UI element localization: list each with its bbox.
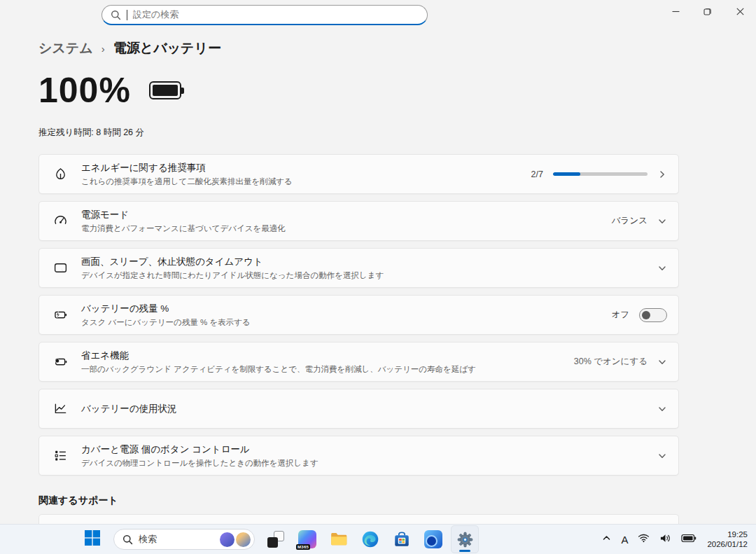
chevron-right-icon — [657, 169, 667, 179]
power-mode-value: バランス — [612, 215, 648, 227]
blue-app-button[interactable] — [419, 525, 447, 553]
tray-date: 2026/01/12 — [707, 539, 748, 549]
tray-time: 19:25 — [707, 529, 748, 539]
chevron-down-icon — [657, 404, 667, 414]
toggle-state-label: オフ — [611, 309, 629, 321]
edge-button[interactable] — [356, 525, 384, 553]
close-button[interactable] — [724, 0, 756, 22]
card-subtitle: デバイスの物理コントロールを操作したときの動作を選択します — [81, 458, 657, 469]
chevron-down-icon — [657, 451, 667, 461]
energy-saver-value: 30% でオンにする — [574, 356, 648, 368]
search-icon — [122, 534, 133, 545]
restore-button[interactable] — [692, 0, 724, 22]
settings-button[interactable] — [451, 525, 479, 553]
card-title: カバーと電源 個のボタン コントロール — [81, 443, 657, 456]
task-view-icon — [267, 531, 284, 548]
windows-start-icon — [85, 530, 100, 548]
display-sleep-icon — [52, 261, 69, 275]
controls-list-icon — [52, 448, 69, 463]
battery-bolt-icon — [52, 307, 69, 322]
energy-progress-bar — [553, 172, 648, 176]
microsoft-store-icon — [393, 530, 411, 548]
energy-progress-label: 2/7 — [531, 169, 543, 179]
settings-search-input[interactable]: 設定の検索 — [102, 5, 428, 25]
card-title: 省エネ機能 — [81, 349, 574, 362]
gauge-icon — [52, 214, 69, 228]
card-title: エネルギーに関する推奨事項 — [81, 162, 531, 174]
minimize-icon — [672, 8, 680, 15]
related-support-heading: 関連するサポート — [38, 494, 118, 507]
setting-card-screen-sleep-timeouts[interactable]: 画面、スリープ、休止状態のタイムアウト デバイスが指定された時間にわたりアイドル… — [38, 248, 679, 288]
battery-summary: 100% — [38, 70, 181, 111]
search-icon — [111, 10, 121, 20]
breadcrumb-separator: › — [102, 43, 105, 55]
battery-percent: 100% — [38, 70, 131, 111]
battery-full-icon — [149, 81, 181, 99]
search-highlight-icon — [236, 532, 251, 547]
text-caret — [127, 10, 127, 20]
volume-icon — [659, 533, 671, 546]
start-button[interactable] — [78, 525, 106, 553]
card-subtitle: デバイスが指定された時間にわたりアイドル状態になった場合の動作を選択します — [81, 270, 657, 281]
battery-tray-icon — [681, 533, 696, 546]
chevron-up-icon — [602, 533, 611, 546]
chevron-down-icon — [657, 216, 667, 226]
clock-tray-button[interactable]: 19:25 2026/01/12 — [703, 529, 752, 549]
close-icon — [736, 8, 744, 15]
card-title: 画面、スリープ、休止状態のタイムアウト — [81, 256, 657, 268]
minimize-button[interactable] — [659, 0, 692, 22]
setting-card-lid-power-buttons[interactable]: カバーと電源 個のボタン コントロール デバイスの物理コントロールを操作したとき… — [38, 436, 679, 476]
taskbar-search-box[interactable]: 検索 — [113, 529, 255, 550]
breadcrumb: システム › 電源とバッテリー — [38, 39, 221, 57]
setting-card-battery-usage[interactable]: バッテリーの使用状況 — [38, 389, 679, 429]
card-title: 電源モード — [81, 209, 612, 221]
active-app-indicator — [459, 550, 470, 552]
chevron-down-icon — [657, 357, 667, 367]
battery-estimate: 推定残り時間: 8 時間 26 分 — [38, 127, 144, 139]
setting-card-energy-saver[interactable]: 省エネ機能 一部のバックグラウンド アクティビティを制限することで、電力消費を削… — [38, 342, 679, 382]
setting-card-power-mode[interactable]: 電源モード 電力消費とパフォーマンスに基づいてデバイスを最適化 バランス — [38, 201, 679, 241]
hidden-icons-button[interactable] — [598, 528, 615, 550]
card-subtitle: 電力消費とパフォーマンスに基づいてデバイスを最適化 — [81, 223, 612, 234]
task-view-button[interactable] — [262, 525, 290, 553]
blue-app-icon — [424, 530, 442, 548]
setting-card-energy-recommendations[interactable]: エネルギーに関する推奨事項 これらの推奨事項を適用して二酸化炭素排出量を削減する… — [38, 154, 679, 194]
edge-icon — [361, 530, 379, 548]
search-highlight-icon — [220, 532, 234, 547]
file-explorer-icon — [330, 530, 348, 548]
line-chart-icon — [52, 401, 69, 416]
chevron-down-icon — [657, 263, 667, 273]
card-subtitle: 一部のバックグラウンド アクティビティを制限することで、電力消費を削減し、バッテ… — [81, 364, 574, 375]
energy-progress-fill — [553, 172, 580, 176]
window-controls — [659, 0, 756, 22]
copilot-m365-icon: M365 — [298, 530, 316, 548]
search-placeholder: 設定の検索 — [133, 8, 178, 21]
taskbar: 検索 M365 — [0, 524, 756, 554]
leaf-icon — [52, 167, 69, 181]
network-tray-button[interactable] — [634, 528, 653, 550]
related-support-card-partial[interactable] — [38, 514, 679, 524]
settings-list: エネルギーに関する推奨事項 これらの推奨事項を適用して二酸化炭素排出量を削減する… — [38, 154, 679, 476]
microsoft-store-button[interactable] — [388, 525, 416, 553]
volume-tray-button[interactable] — [656, 528, 675, 550]
card-title: バッテリーの使用状況 — [81, 403, 657, 415]
battery-leaf-icon — [52, 354, 69, 369]
ime-mode-indicator[interactable]: A — [617, 528, 631, 550]
card-title: バッテリーの残量 % — [81, 303, 611, 315]
card-subtitle: これらの推奨事項を適用して二酸化炭素排出量を削減する — [81, 176, 531, 187]
breadcrumb-system[interactable]: システム — [38, 39, 93, 57]
page-title: 電源とバッテリー — [113, 39, 221, 57]
setting-card-battery-percentage[interactable]: バッテリーの残量 % タスク バーにバッテリーの残量 % を表示する オフ — [38, 295, 679, 335]
copilot-m365-button[interactable]: M365 — [293, 525, 321, 553]
battery-tray-button[interactable] — [678, 528, 700, 550]
taskbar-search-label: 検索 — [139, 533, 214, 546]
card-subtitle: タスク バーにバッテリーの残量 % を表示する — [81, 317, 611, 328]
wifi-icon — [638, 533, 650, 546]
settings-gear-icon — [456, 531, 474, 548]
battery-percentage-toggle[interactable] — [639, 308, 667, 322]
restore-icon — [704, 7, 712, 15]
file-explorer-button[interactable] — [325, 525, 353, 553]
